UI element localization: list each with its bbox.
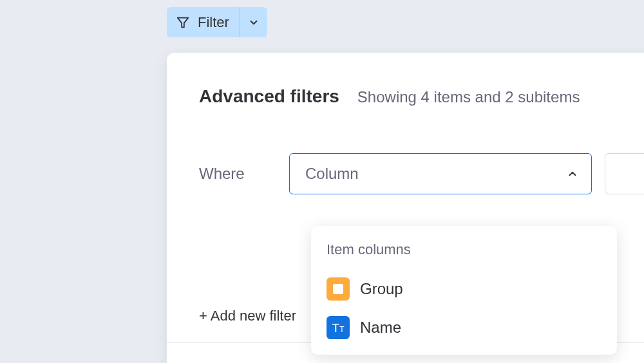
column-select[interactable]: Column xyxy=(289,153,592,194)
filter-button-main[interactable]: Filter xyxy=(167,7,240,37)
panel-title: Advanced filters xyxy=(199,86,339,107)
filter-icon xyxy=(176,15,190,30)
add-filter-button[interactable]: + Add new filter xyxy=(199,308,296,324)
column-dropdown: Item columns Group TT Name xyxy=(311,226,617,355)
filter-button[interactable]: Filter xyxy=(167,7,267,37)
where-label: Where xyxy=(199,165,276,183)
dropdown-item-name[interactable]: TT Name xyxy=(311,308,617,347)
filter-condition-row: Where Column xyxy=(167,107,644,194)
chevron-down-icon xyxy=(248,17,260,28)
group-icon xyxy=(327,277,350,301)
panel-header: Advanced filters Showing 4 items and 2 s… xyxy=(167,53,644,107)
condition-select[interactable] xyxy=(605,153,644,194)
panel-subtitle: Showing 4 items and 2 subitems xyxy=(357,88,580,106)
chevron-up-icon xyxy=(567,168,578,180)
filter-chevron-button[interactable] xyxy=(240,7,267,37)
dropdown-section-title: Item columns xyxy=(311,241,617,270)
column-select-placeholder: Column xyxy=(305,165,359,183)
filter-label: Filter xyxy=(198,14,229,31)
text-icon: TT xyxy=(327,316,350,339)
dropdown-item-group[interactable]: Group xyxy=(311,270,617,308)
dropdown-item-label: Name xyxy=(360,319,401,337)
svg-marker-0 xyxy=(178,17,189,27)
dropdown-item-label: Group xyxy=(360,280,403,298)
